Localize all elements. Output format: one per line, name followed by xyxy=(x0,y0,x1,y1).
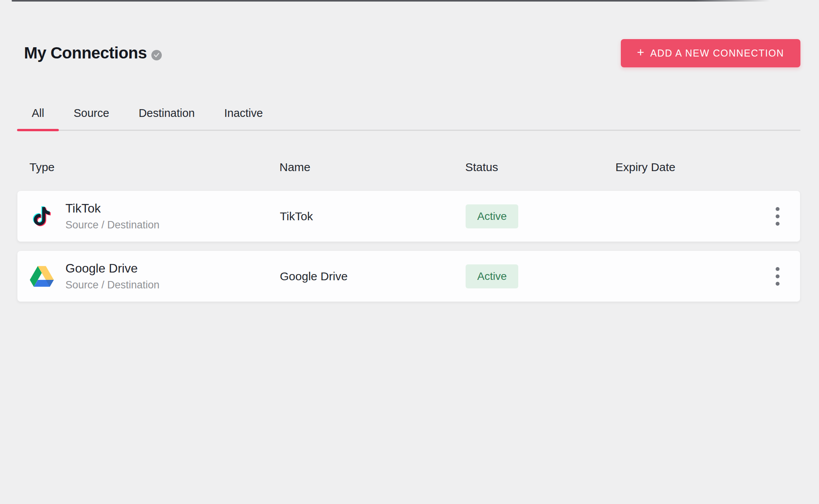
kebab-dot xyxy=(776,222,780,226)
tab-inactive[interactable]: Inactive xyxy=(209,99,278,130)
tiktok-icon xyxy=(30,205,54,228)
tab-source[interactable]: Source xyxy=(59,99,124,130)
my-connections-page: My Connections + ADD A NEW CONNECTION Al… xyxy=(0,39,819,302)
column-header-status: Status xyxy=(465,161,615,174)
table-row: Google Drive Source / Destination Google… xyxy=(17,250,800,302)
column-header-expiry-date: Expiry Date xyxy=(615,161,769,174)
checkmark-glyph xyxy=(154,53,159,58)
connection-filter-tabs: All Source Destination Inactive xyxy=(17,99,800,131)
connection-type-subtitle: Source / Destination xyxy=(65,219,159,231)
connection-type-subtitle: Source / Destination xyxy=(65,279,159,291)
kebab-dot xyxy=(776,214,780,218)
tab-destination[interactable]: Destination xyxy=(124,99,209,130)
add-new-connection-label: ADD A NEW CONNECTION xyxy=(650,48,784,59)
google-drive-icon xyxy=(30,266,54,287)
plus-icon: + xyxy=(637,45,645,60)
connection-type-title: Google Drive xyxy=(65,261,159,276)
kebab-dot xyxy=(776,282,780,286)
tab-all[interactable]: All xyxy=(17,99,59,130)
add-new-connection-button[interactable]: + ADD A NEW CONNECTION xyxy=(621,39,800,67)
row-menu-button[interactable] xyxy=(769,203,786,230)
kebab-dot xyxy=(776,267,780,271)
type-cell: TikTok Source / Destination xyxy=(30,201,280,231)
page-header: My Connections + ADD A NEW CONNECTION xyxy=(17,39,800,67)
page-title: My Connections xyxy=(24,44,147,62)
connection-name: Google Drive xyxy=(280,270,466,283)
title-wrap: My Connections xyxy=(24,44,162,62)
status-cell: Active xyxy=(466,204,616,228)
connection-name: TikTok xyxy=(280,210,466,223)
table-header: Type Name Status Expiry Date xyxy=(17,155,800,180)
row-menu-button[interactable] xyxy=(769,263,786,290)
type-cell: Google Drive Source / Destination xyxy=(30,261,280,291)
status-badge: Active xyxy=(466,264,518,288)
window-top-edge xyxy=(12,0,770,2)
type-texts: TikTok Source / Destination xyxy=(65,201,159,231)
connections-list: TikTok Source / Destination TikTok Activ… xyxy=(17,190,800,302)
status-cell: Active xyxy=(466,264,616,288)
kebab-dot xyxy=(776,274,780,278)
column-header-name: Name xyxy=(279,161,465,174)
kebab-dot xyxy=(776,207,780,211)
type-texts: Google Drive Source / Destination xyxy=(65,261,159,291)
table-row: TikTok Source / Destination TikTok Activ… xyxy=(17,190,800,242)
column-header-type: Type xyxy=(29,161,279,174)
status-badge: Active xyxy=(466,204,518,228)
connection-type-title: TikTok xyxy=(65,201,159,216)
check-circle-icon[interactable] xyxy=(151,50,162,60)
